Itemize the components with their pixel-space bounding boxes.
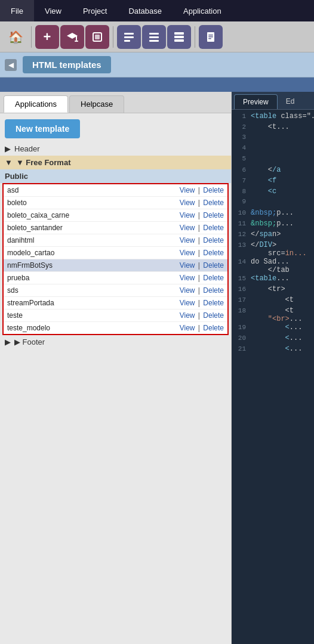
svg-rect-21 xyxy=(208,35,213,36)
template-row[interactable]: modelo_cartao View | Delete xyxy=(4,247,227,259)
toolbar-sep-3 xyxy=(195,26,195,48)
code-line: 8 <c xyxy=(232,187,314,198)
template-actions: View | Delete xyxy=(180,261,224,270)
view-link[interactable]: View xyxy=(180,236,195,244)
toolbar-add-btn[interactable]: + xyxy=(35,25,59,49)
template-row[interactable]: danihtml View | Delete xyxy=(4,234,227,247)
template-row[interactable]: sds View | Delete xyxy=(4,284,227,297)
menu-file[interactable]: File xyxy=(0,0,34,21)
code-line: 18 <t "<br>... xyxy=(232,306,314,323)
view-link[interactable]: View xyxy=(180,286,195,295)
line-content: </span> xyxy=(251,230,281,239)
action-separator: | xyxy=(198,236,202,244)
delete-link[interactable]: Delete xyxy=(203,274,224,282)
tree-item-footer[interactable]: ▶ ▶ Footer xyxy=(0,335,231,349)
menu-view[interactable]: View xyxy=(34,0,72,21)
code-line: 3 xyxy=(232,134,314,144)
delete-link[interactable]: Delete xyxy=(203,249,224,257)
template-row[interactable]: prueba View | Delete xyxy=(4,272,227,284)
right-panel: Preview Ed 1<table class="...">2 <t...34… xyxy=(232,92,314,644)
template-actions: View | Delete xyxy=(180,274,224,282)
tree-item-header[interactable]: ▶ Header xyxy=(0,142,231,156)
svg-rect-9 xyxy=(124,36,134,38)
view-link[interactable]: View xyxy=(180,249,195,257)
new-template-button[interactable]: New template xyxy=(5,119,80,138)
line-number: 14 xyxy=(232,258,251,265)
template-row[interactable]: asd View | Delete xyxy=(4,184,227,197)
line-number: 3 xyxy=(232,134,251,141)
view-link[interactable]: View xyxy=(180,224,195,232)
svg-rect-2 xyxy=(76,36,77,41)
delete-link[interactable]: Delete xyxy=(203,324,224,332)
view-link[interactable]: View xyxy=(180,211,195,219)
toolbar-doc-btn[interactable] xyxy=(199,25,223,49)
template-name: prueba xyxy=(7,274,180,282)
template-actions: View | Delete xyxy=(180,299,224,307)
toolbar-box-btn[interactable] xyxy=(85,25,109,49)
toolbar-graduate-btn[interactable] xyxy=(60,25,84,49)
delete-link[interactable]: Delete xyxy=(203,261,224,270)
template-row[interactable]: nmFrmBotSys View | Delete xyxy=(4,259,227,272)
toolbar-list2-btn[interactable] xyxy=(142,25,166,49)
action-separator: | xyxy=(198,286,202,295)
tree-item-free-format[interactable]: ▼ ▼ Free Format xyxy=(0,156,231,169)
menu-database[interactable]: Database xyxy=(118,0,173,21)
line-number: 11 xyxy=(232,220,251,227)
line-number: 6 xyxy=(232,166,251,174)
template-name: teste_modelo xyxy=(7,324,180,332)
tab-editor[interactable]: Ed xyxy=(278,94,303,109)
delete-link[interactable]: Delete xyxy=(203,186,224,194)
line-content: <table... xyxy=(251,274,290,283)
svg-rect-8 xyxy=(124,33,134,35)
toolbar-list3-btn[interactable] xyxy=(167,25,191,49)
template-actions: View | Delete xyxy=(180,224,224,232)
line-number: 9 xyxy=(232,198,251,205)
toolbar-sep-1 xyxy=(31,26,32,48)
menubar: File View Project Database Application xyxy=(0,0,314,21)
menu-application[interactable]: Application xyxy=(173,0,232,21)
view-link[interactable]: View xyxy=(180,299,195,307)
template-name: teste xyxy=(7,311,180,320)
toolbar: 🏠 + xyxy=(0,21,314,52)
template-row[interactable]: boleto_caixa_carne View | Delete xyxy=(4,209,227,222)
delete-link[interactable]: Delete xyxy=(203,199,224,207)
action-separator: | xyxy=(198,261,202,270)
svg-rect-18 xyxy=(174,39,184,42)
template-actions: View | Delete xyxy=(180,311,224,320)
template-actions: View | Delete xyxy=(180,199,224,207)
template-row[interactable]: teste View | Delete xyxy=(4,309,227,322)
delete-link[interactable]: Delete xyxy=(203,286,224,295)
view-link[interactable]: View xyxy=(180,199,195,207)
delete-link[interactable]: Delete xyxy=(203,311,224,320)
menu-project[interactable]: Project xyxy=(72,0,118,21)
template-row[interactable]: streamPortada View | Delete xyxy=(4,297,227,309)
tab-preview[interactable]: Preview xyxy=(234,94,278,109)
toolbar-list1-btn[interactable] xyxy=(117,25,141,49)
template-name: modelo_cartao xyxy=(7,249,180,257)
delete-link[interactable]: Delete xyxy=(203,224,224,232)
delete-link[interactable]: Delete xyxy=(203,211,224,219)
footer-arrow-icon: ▶ xyxy=(5,338,11,346)
tab-applications[interactable]: Applications xyxy=(4,95,68,113)
delete-link[interactable]: Delete xyxy=(203,299,224,307)
line-number: 20 xyxy=(232,335,251,342)
view-link[interactable]: View xyxy=(180,324,195,332)
toolbar-home-btn[interactable]: 🏠 xyxy=(4,25,27,49)
template-row[interactable]: teste_modelo View | Delete xyxy=(4,322,227,334)
template-row[interactable]: boleto View | Delete xyxy=(4,197,227,209)
code-editor[interactable]: 1<table class="...">2 <t...3456 </a7 <f8… xyxy=(232,110,314,644)
tab-helpcase[interactable]: Helpcase xyxy=(69,95,124,113)
panel-collapse-btn[interactable]: ◀ xyxy=(5,59,17,71)
svg-rect-17 xyxy=(174,36,184,38)
template-actions: View | Delete xyxy=(180,236,224,244)
line-content: </a xyxy=(251,166,281,174)
line-content: &nbsp;p... xyxy=(251,209,294,217)
view-link[interactable]: View xyxy=(180,261,195,270)
delete-link[interactable]: Delete xyxy=(203,236,224,244)
tree-item-public: Public xyxy=(0,169,231,183)
template-row[interactable]: boleto_santander View | Delete xyxy=(4,222,227,234)
view-link[interactable]: View xyxy=(180,311,195,320)
line-content: <t... xyxy=(251,123,290,131)
view-link[interactable]: View xyxy=(180,274,195,282)
view-link[interactable]: View xyxy=(180,186,195,194)
